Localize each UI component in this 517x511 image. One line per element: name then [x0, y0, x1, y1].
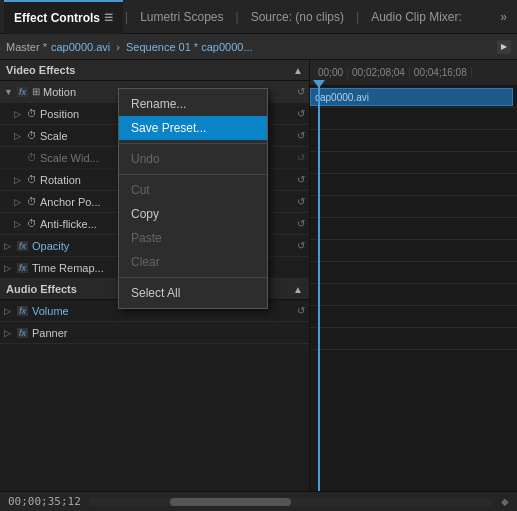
rotation-label: Rotation	[40, 174, 81, 186]
rotation-expand-icon[interactable]: ▷	[14, 175, 24, 185]
context-menu-save-preset-label: Save Preset...	[131, 121, 206, 135]
panner-row[interactable]: ▷ fx Panner	[0, 322, 309, 344]
timeline-row-6	[310, 196, 517, 218]
timeline-scrollbar[interactable]	[89, 498, 493, 506]
context-menu-separator-3	[119, 277, 267, 278]
timeline-row-12	[310, 328, 517, 350]
opacity-expand-icon[interactable]: ▷	[4, 241, 14, 251]
timeline-row-9	[310, 262, 517, 284]
context-menu-copy[interactable]: Copy	[119, 202, 267, 226]
time-remap-label: Time Remap...	[32, 262, 104, 274]
timeline-row-7	[310, 218, 517, 240]
anti-flicker-reset-button[interactable]: ↺	[297, 218, 305, 229]
timeline-scrollbar-thumb[interactable]	[170, 498, 291, 506]
position-stopwatch-icon: ⏱	[27, 108, 37, 119]
context-menu-undo-label: Undo	[131, 152, 160, 166]
timeline-clip-label: cap0000.avi	[315, 92, 369, 103]
time-remap-expand-icon[interactable]: ▷	[4, 263, 14, 273]
timeline-header: 00;00 00;02;08;04 00;04;16;08	[310, 60, 517, 86]
tab-overflow-button[interactable]: »	[494, 10, 513, 24]
video-effects-collapse-icon[interactable]: ▲	[293, 65, 303, 76]
audio-effects-collapse-icon[interactable]: ▲	[293, 284, 303, 295]
timeline-row-10	[310, 284, 517, 306]
time-marker-2: 00;02;08;04	[348, 67, 410, 78]
playhead[interactable]	[318, 86, 320, 491]
motion-label: Motion	[43, 86, 76, 98]
scale-width-reset-button[interactable]: ↺	[297, 152, 305, 163]
context-menu-select-all-label: Select All	[131, 286, 180, 300]
context-menu-clear[interactable]: Clear	[119, 250, 267, 274]
tab-audio-mixer-label: Audio Clip Mixer:	[371, 10, 462, 24]
tab-source[interactable]: Source: (no clips)	[241, 0, 354, 34]
context-menu-paste[interactable]: Paste	[119, 226, 267, 250]
timeline-row-11	[310, 306, 517, 328]
scale-label: Scale	[40, 130, 68, 142]
context-menu-rename-label: Rename...	[131, 97, 186, 111]
motion-reset-button[interactable]: ↺	[297, 86, 305, 97]
scale-stopwatch-icon: ⏱	[27, 130, 37, 141]
opacity-fx-badge: fx	[17, 241, 28, 251]
scale-width-stopwatch-icon: ⏱	[27, 152, 37, 163]
video-effects-header: Video Effects ▲	[0, 60, 309, 81]
opacity-label: Opacity	[32, 240, 69, 252]
sequence-bar: Master * cap0000.avi › Sequence 01 * cap…	[0, 34, 517, 60]
panner-label: Panner	[32, 327, 67, 339]
tab-separator-1: |	[125, 10, 128, 24]
tab-source-label: Source: (no clips)	[251, 10, 344, 24]
position-expand-icon[interactable]: ▷	[14, 109, 24, 119]
context-menu-undo[interactable]: Undo	[119, 147, 267, 171]
context-menu-separator-1	[119, 143, 267, 144]
timeline-clip-track: cap0000.avi	[310, 86, 517, 108]
sequence-expand-button[interactable]: ▶	[497, 40, 511, 54]
tab-audio-mixer[interactable]: Audio Clip Mixer:	[361, 0, 472, 34]
timeline-row-3	[310, 130, 517, 152]
tab-bar: Effect Controls ☰ | Lumetri Scopes | Sou…	[0, 0, 517, 34]
tab-menu-icon[interactable]: ☰	[104, 12, 113, 23]
anchor-point-expand-icon[interactable]: ▷	[14, 197, 24, 207]
volume-expand-icon[interactable]: ▷	[4, 306, 14, 316]
timeline-row-2	[310, 108, 517, 130]
volume-label: Volume	[32, 305, 69, 317]
position-reset-button[interactable]: ↺	[297, 108, 305, 119]
scale-width-label: Scale Wid...	[40, 152, 99, 164]
audio-effects-title: Audio Effects	[6, 283, 77, 295]
context-menu-cut-label: Cut	[131, 183, 150, 197]
tab-separator-3: |	[356, 10, 359, 24]
opacity-reset-button[interactable]: ↺	[297, 240, 305, 251]
volume-reset-button[interactable]: ↺	[297, 305, 305, 316]
position-label: Position	[40, 108, 79, 120]
timeline-row-8	[310, 240, 517, 262]
anchor-point-reset-button[interactable]: ↺	[297, 196, 305, 207]
motion-transform-icon: ⊞	[32, 86, 40, 97]
sequence-clip-name[interactable]: Sequence 01 * cap0000...	[126, 41, 253, 53]
context-menu-rename[interactable]: Rename...	[119, 92, 267, 116]
playhead-triangle	[313, 80, 325, 88]
timeline-clip[interactable]: cap0000.avi	[310, 88, 513, 106]
tab-effect-controls[interactable]: Effect Controls ☰	[4, 0, 123, 34]
time-remap-fx-badge: fx	[17, 263, 28, 273]
context-menu-select-all[interactable]: Select All	[119, 281, 267, 305]
tab-lumetri[interactable]: Lumetri Scopes	[130, 0, 233, 34]
master-clip[interactable]: cap0000.avi	[51, 41, 110, 53]
context-menu-cut[interactable]: Cut	[119, 178, 267, 202]
scale-expand-icon[interactable]: ▷	[14, 131, 24, 141]
scale-reset-button[interactable]: ↺	[297, 130, 305, 141]
current-time-display: 00;00;35;12	[8, 495, 81, 508]
anti-flicker-stopwatch-icon: ⏱	[27, 218, 37, 229]
context-menu-save-preset[interactable]: Save Preset...	[119, 116, 267, 140]
tab-lumetri-label: Lumetri Scopes	[140, 10, 223, 24]
motion-expand-icon[interactable]: ▼	[4, 87, 14, 97]
timeline-row-5	[310, 174, 517, 196]
anti-flicker-expand-icon[interactable]: ▷	[14, 219, 24, 229]
panner-expand-icon[interactable]: ▷	[4, 328, 14, 338]
timeline-row-4	[310, 152, 517, 174]
context-menu-paste-label: Paste	[131, 231, 162, 245]
panner-fx-badge: fx	[17, 328, 28, 338]
video-effects-title: Video Effects	[6, 64, 76, 76]
master-label: Master *	[6, 41, 47, 53]
rotation-reset-button[interactable]: ↺	[297, 174, 305, 185]
anchor-point-stopwatch-icon: ⏱	[27, 196, 37, 207]
tab-effect-controls-label: Effect Controls	[14, 11, 100, 25]
timeline-end-marker: ◆	[501, 496, 509, 507]
context-menu-copy-label: Copy	[131, 207, 159, 221]
